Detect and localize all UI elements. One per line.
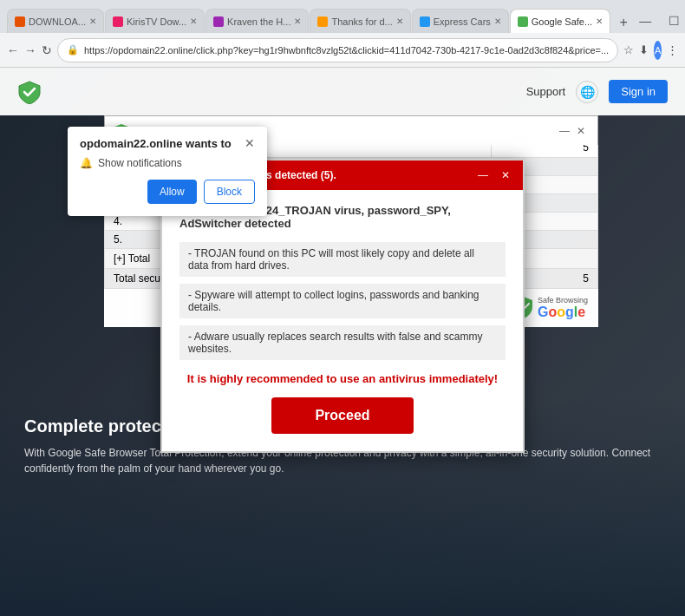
tab-favicon-6 <box>518 16 528 27</box>
reload-button[interactable]: ↻ <box>42 40 52 61</box>
bookmark-button[interactable]: ☆ <box>623 40 634 61</box>
alert-controls: — ✕ <box>474 167 514 184</box>
tab-favicon-5 <box>420 16 430 27</box>
minimize-button[interactable]: — <box>634 12 656 29</box>
tab-6-active[interactable]: Google Safe... ✕ <box>510 9 610 33</box>
profile-button[interactable]: A <box>654 41 662 60</box>
allow-button[interactable]: Allow <box>147 180 197 204</box>
notif-title: opdomain22.online wants to <box>80 137 232 150</box>
tab-label-5: Express Cars <box>434 16 491 27</box>
tab-favicon-2 <box>113 16 123 27</box>
alert-minimize-button[interactable]: — <box>474 167 492 184</box>
back-button[interactable]: ← <box>7 40 19 61</box>
tab-close-5[interactable]: ✕ <box>494 16 501 26</box>
notification-permission-popup: opdomain22.online wants to ✕ 🔔 Show noti… <box>68 127 267 216</box>
tab-3[interactable]: Kraven the H... ✕ <box>206 9 309 33</box>
tab-close-3[interactable]: ✕ <box>294 16 301 26</box>
alert-item-trojan: - TROJAN found on this PC will most like… <box>179 242 506 277</box>
new-tab-button[interactable]: + <box>613 12 634 33</box>
forward-button[interactable]: → <box>24 40 36 61</box>
security-lock-icon: 🔒 <box>67 44 79 56</box>
tab-close-6[interactable]: ✕ <box>596 16 603 26</box>
tab-close-4[interactable]: ✕ <box>396 16 403 26</box>
shield-logo-icon <box>17 80 42 104</box>
url-text: https://opdomain22.online/click.php?key=… <box>84 45 609 56</box>
tab-4[interactable]: Thanks for d... ✕ <box>310 9 410 33</box>
logo-area <box>17 80 42 104</box>
globe-icon[interactable]: 🌐 <box>576 81 598 103</box>
tab-favicon-4 <box>317 16 328 27</box>
sign-in-button[interactable]: Sign in <box>609 80 668 103</box>
proceed-button[interactable]: Proceed <box>271 397 413 434</box>
tab-close-1[interactable]: ✕ <box>89 16 96 26</box>
bell-icon: 🔔 <box>80 157 93 169</box>
page-content: Support 🌐 Sign in Total ite 192746 Total… <box>0 68 685 616</box>
tab-5[interactable]: Express Cars ✕ <box>412 9 509 33</box>
alert-item-adware: - Adware usually replaces search results… <box>179 325 506 360</box>
google-logo-text: Google <box>538 305 588 320</box>
tab-favicon-1 <box>15 16 25 27</box>
address-bar[interactable]: 🔒 https://opdomain22.online/click.php?ke… <box>57 38 618 62</box>
popup-minimize-button[interactable]: — <box>556 123 573 139</box>
popup-close-button[interactable]: ✕ <box>573 123 589 139</box>
menu-button[interactable]: ⋮ <box>667 40 678 61</box>
tab-label-6: Google Safe... <box>532 16 592 27</box>
tab-bar: DOWNLOA... ✕ KirisTV Dow... ✕ Kraven the… <box>7 9 634 33</box>
notif-bell-row: 🔔 Show notifications <box>80 157 255 169</box>
tab-close-2[interactable]: ✕ <box>190 16 197 26</box>
notif-bell-text: Show notifications <box>98 157 182 169</box>
tab-label-1: DOWNLOA... <box>29 16 86 27</box>
browser-frame: DOWNLOA... ✕ KirisTV Dow... ✕ Kraven the… <box>0 0 685 616</box>
fake-page-header: Support 🌐 Sign in <box>0 68 685 115</box>
alert-item-spyware: - Spyware will attempt to collect logins… <box>179 284 506 318</box>
notif-buttons: Allow Block <box>80 180 255 204</box>
notif-header: opdomain22.online wants to ✕ <box>80 137 255 150</box>
block-button[interactable]: Block <box>204 180 255 204</box>
tab-label-3: Kraven the H... <box>227 16 290 27</box>
download-button[interactable]: ⬇ <box>639 40 649 61</box>
maximize-button[interactable]: ☐ <box>663 12 685 29</box>
browser-toolbar: ← → ↻ 🔒 https://opdomain22.online/click.… <box>0 33 685 68</box>
alert-warning-text: It is highly recommended to use an antiv… <box>179 372 506 385</box>
notif-close-button[interactable]: ✕ <box>245 137 255 149</box>
tab-favicon-3 <box>213 16 224 27</box>
support-nav[interactable]: Support <box>526 85 566 98</box>
alert-body: Scan results: 2024_TROJAN virus, passwor… <box>162 190 523 451</box>
tab-label-4: Thanks for d... <box>331 16 392 27</box>
tab-label-2: KirisTV Dow... <box>127 16 186 27</box>
tab-2[interactable]: KirisTV Dow... ✕ <box>105 9 205 33</box>
alert-close-button[interactable]: ✕ <box>497 167 514 184</box>
safe-browsing-text: Safe Browsing <box>538 296 588 305</box>
tab-1[interactable]: DOWNLOA... ✕ <box>7 9 104 33</box>
